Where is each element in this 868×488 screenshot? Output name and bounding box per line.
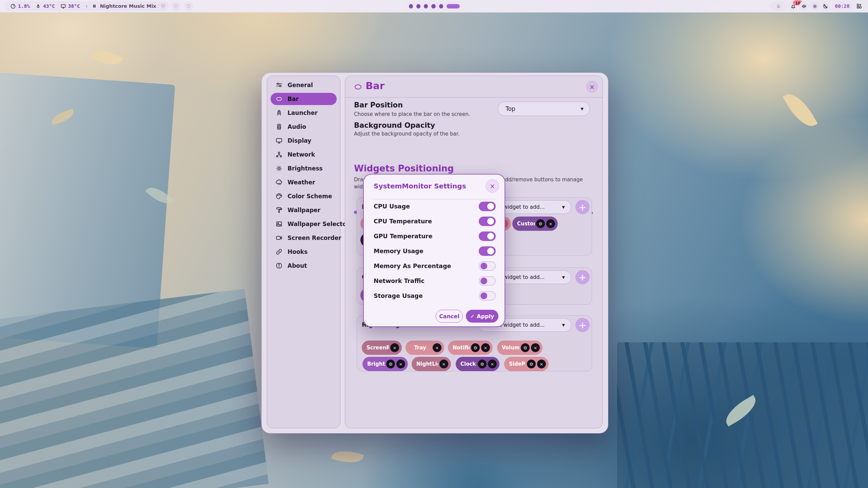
widget-chip[interactable]: Tray × bbox=[406, 341, 444, 355]
night-light-button[interactable] bbox=[821, 1, 830, 11]
memory-usage-toggle[interactable] bbox=[479, 246, 496, 256]
modal-close-button[interactable]: × bbox=[486, 179, 499, 193]
remove-icon[interactable]: × bbox=[433, 343, 441, 352]
widget-chip[interactable]: ScreenReco... × bbox=[362, 341, 402, 355]
gear-icon[interactable]: ⚙ bbox=[521, 343, 530, 352]
sun-icon bbox=[275, 165, 283, 172]
gear-icon[interactable]: ⚙ bbox=[536, 219, 545, 228]
memory-as-percentage-toggle[interactable] bbox=[479, 261, 496, 271]
remove-icon[interactable]: × bbox=[396, 360, 405, 368]
gear-icon[interactable]: ⚙ bbox=[471, 343, 480, 352]
add-widget-button[interactable]: + bbox=[575, 270, 590, 284]
remove-icon[interactable]: × bbox=[537, 360, 546, 368]
media-skull-button[interactable] bbox=[158, 1, 168, 11]
apply-button[interactable]: ✓ Apply bbox=[466, 310, 498, 323]
sidebar-item-hooks[interactable]: Hooks bbox=[271, 246, 337, 258]
notifications-button[interactable]: 10 bbox=[788, 1, 798, 11]
widget-chip[interactable]: NightLight × bbox=[412, 357, 451, 371]
sidebar-item-label: Wallpaper bbox=[288, 207, 320, 214]
gear-icon[interactable]: ⚙ bbox=[386, 360, 395, 368]
toggle-row: Network Traffic bbox=[374, 276, 496, 286]
cloud-rain-icon bbox=[275, 179, 283, 186]
network-icon bbox=[275, 151, 283, 158]
sidebar-item-screen-recorder[interactable]: Screen Recorder bbox=[271, 232, 337, 244]
window-close-button[interactable]: × bbox=[586, 81, 598, 93]
widget-chip[interactable]: Notification... ⚙ × bbox=[448, 341, 493, 355]
cpu-temperature-toggle[interactable] bbox=[479, 217, 496, 226]
sidebar-item-label: Bar bbox=[288, 96, 299, 102]
volume-button[interactable] bbox=[799, 1, 809, 11]
tray-app-icon bbox=[775, 3, 782, 9]
speaker-icon bbox=[801, 3, 807, 9]
gpu-temperature-toggle[interactable] bbox=[479, 231, 496, 241]
sidebar-item-wallpaper[interactable]: Wallpaper bbox=[271, 204, 337, 216]
page-title: Bar bbox=[366, 80, 384, 92]
sidebar-item-brightness[interactable]: Brightness bbox=[271, 162, 337, 175]
widgets-positioning-title: Widgets Positioning bbox=[354, 163, 454, 174]
cpu-usage-toggle[interactable] bbox=[479, 202, 496, 211]
remove-icon[interactable]: × bbox=[439, 360, 448, 368]
remove-icon[interactable]: × bbox=[488, 360, 497, 368]
add-widget-button[interactable]: + bbox=[575, 200, 590, 214]
remove-icon[interactable]: × bbox=[546, 219, 555, 228]
workspace-dot[interactable] bbox=[431, 4, 435, 8]
widget-chip[interactable]: Brightness ⚙ × bbox=[362, 357, 408, 371]
clock-module[interactable]: 00:28 bbox=[832, 1, 852, 11]
topbar: 1.8% 43°C 38°C 9.7G Nightcore Music Mix … bbox=[0, 0, 868, 13]
heart-icon bbox=[173, 3, 179, 9]
sidebar-item-wallpaper-selector[interactable]: Wallpaper Selector bbox=[271, 218, 337, 230]
sidebar-item-general[interactable]: General bbox=[271, 79, 337, 91]
sidebar-item-label: Launcher bbox=[288, 109, 318, 116]
toggle-row: Memory Usage bbox=[374, 246, 496, 256]
favorite-button[interactable] bbox=[184, 1, 193, 11]
remove-icon[interactable]: × bbox=[390, 343, 399, 352]
widget-chip[interactable]: SidePanelT... ⚙ × bbox=[504, 357, 549, 371]
display-icon bbox=[60, 3, 66, 9]
storage-usage-toggle[interactable] bbox=[479, 291, 496, 301]
sidebar-item-color-scheme[interactable]: Color Scheme bbox=[271, 190, 337, 202]
workspace-dot[interactable] bbox=[409, 4, 413, 8]
widget-chip[interactable]: CustomButt... ⚙ × bbox=[512, 217, 558, 231]
widget-chip[interactable]: Clock ⚙ × bbox=[456, 357, 499, 371]
sidebar-item-label: Network bbox=[288, 151, 315, 158]
desktop: 1.8% 43°C 38°C 9.7G Nightcore Music Mix … bbox=[0, 0, 868, 488]
info-icon bbox=[275, 262, 283, 269]
remove-icon[interactable]: × bbox=[481, 343, 490, 352]
paint-roller-icon bbox=[275, 206, 283, 214]
sidebar-item-bar[interactable]: Bar bbox=[271, 93, 337, 105]
tray-module[interactable] bbox=[770, 1, 787, 11]
sidebar-item-network[interactable]: Network bbox=[271, 148, 337, 161]
sidebar-item-display[interactable]: Display bbox=[271, 135, 337, 147]
sidebar-item-audio[interactable]: Audio bbox=[271, 121, 337, 133]
workspace-dot[interactable] bbox=[416, 4, 420, 8]
bar-position-label: Bar Position bbox=[354, 101, 403, 109]
workspace-active-indicator[interactable] bbox=[447, 4, 460, 8]
cpu-temp-value: 43°C bbox=[43, 3, 55, 9]
background-opacity-description: Adjust the background opacity of the bar… bbox=[354, 131, 459, 137]
gear-icon[interactable]: ⚙ bbox=[527, 360, 536, 368]
bar-position-description: Choose where to place the bar on the scr… bbox=[354, 111, 470, 117]
media-player-module[interactable]: Nightcore Music Mix 20... bbox=[87, 1, 169, 11]
sidebar-item-label: Display bbox=[288, 137, 311, 144]
workspace-dot[interactable] bbox=[439, 4, 443, 8]
sidebar-item-label: Screen Recorder bbox=[288, 235, 341, 241]
cancel-button[interactable]: Cancel bbox=[436, 310, 463, 323]
workspace-dot[interactable] bbox=[424, 4, 428, 8]
gpu-temp-stat: 38°C bbox=[60, 3, 80, 9]
remove-icon[interactable]: × bbox=[531, 343, 540, 352]
sidebar-item-launcher[interactable]: Launcher bbox=[271, 107, 337, 119]
system-monitor-modal: SystemMonitor Settings × CPU Usage CPU T… bbox=[363, 174, 505, 327]
sidebar-item-weather[interactable]: Weather bbox=[271, 176, 337, 188]
sliders-icon bbox=[275, 81, 283, 89]
like-button[interactable] bbox=[171, 1, 181, 11]
add-widget-button[interactable]: + bbox=[575, 318, 590, 332]
network-traffic-toggle[interactable] bbox=[479, 276, 496, 286]
gear-icon[interactable]: ⚙ bbox=[478, 360, 487, 368]
bar-position-dropdown[interactable]: Top ▼ bbox=[498, 102, 590, 116]
overview-button[interactable] bbox=[854, 1, 864, 11]
brightness-button[interactable] bbox=[810, 1, 820, 11]
image-icon bbox=[275, 220, 283, 228]
wallpaper-stairs bbox=[0, 289, 269, 488]
widget-chip[interactable]: Volume ⚙ × bbox=[497, 341, 542, 355]
sidebar-item-about[interactable]: About bbox=[271, 260, 337, 272]
